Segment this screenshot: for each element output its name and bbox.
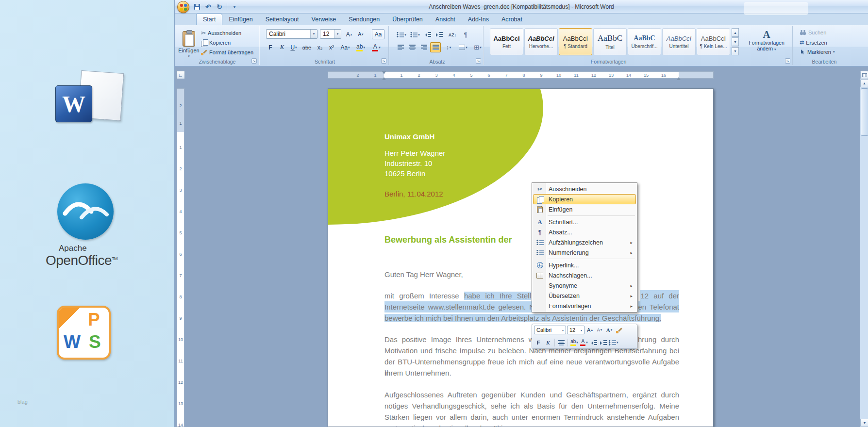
mini-font-size-combobox[interactable]: 12▾ [567,326,584,334]
tab-ueberpruefen[interactable]: Überprüfen [386,14,429,25]
style-card-standard[interactable]: AaBbCcI ¶ Standard [559,28,592,55]
shading-button[interactable]: ▾ [456,42,470,52]
style-card-kein-leerraum[interactable]: AaBbCcI ¶ Kein Lee... [697,28,730,55]
font-color-button[interactable]: A▾ [369,42,384,52]
context-menu-item-einfuegen[interactable]: Einfügen [533,204,636,214]
change-styles-button[interactable]: A Formatvorlagen ändern ▾ [743,29,790,51]
gallery-scroll-up-button[interactable]: ▲ [732,28,739,37]
select-button[interactable]: Markieren ▾ [800,49,835,55]
context-menu-item-ausschneiden[interactable]: ✂ Ausschneiden [533,184,636,194]
font-size-combobox[interactable]: 12 ▾ [320,29,341,39]
mini-bullets-button[interactable]: ▾ [609,338,618,347]
tab-sendungen[interactable]: Sendungen [342,14,386,25]
mini-italic-button[interactable]: K [544,338,552,347]
align-left-button[interactable] [395,42,406,52]
context-menu-item-formatvorlagen[interactable]: Formatvorlagen ▸ [533,301,636,311]
italic-button[interactable]: K [277,42,287,52]
strikethrough-button[interactable]: abe [300,42,314,52]
gallery-more-button[interactable]: ▼ [732,47,739,55]
context-menu-item-synonyme[interactable]: Synonyme ▸ [533,280,636,291]
style-card-fett[interactable]: AaBbCcI Fett [490,28,523,55]
sort-button[interactable]: AZ↓ [446,30,459,40]
dialog-launcher-zwischenablage[interactable]: ↘ [251,58,257,64]
dialog-launcher-absatz[interactable]: ↘ [476,58,481,64]
ruler-number: 16 [655,72,672,79]
replace-button[interactable]: ⇄ Ersetzen [800,39,827,46]
mini-bold-button[interactable]: F [534,338,543,347]
tab-einfuegen[interactable]: Einfügen [222,14,259,25]
borders-button[interactable]: ⊞▾ [471,42,484,52]
style-card-untertitel[interactable]: AaBbCcI Untertitel [662,28,696,55]
mini-font-color-button[interactable]: A▾ [580,338,588,347]
underline-button[interactable]: U▾ [288,42,299,52]
cut-button[interactable]: ✂ Ausschneiden [201,30,241,36]
text-highlight-button[interactable]: ab▾ [353,42,368,52]
scroll-up-button[interactable]: ▲ [860,79,868,87]
tab-ansicht[interactable]: Ansicht [429,14,462,25]
mini-format-painter-button[interactable] [615,326,623,334]
ruler-number: 2 [177,158,184,180]
mini-decrease-indent-button[interactable] [589,338,598,347]
context-menu-item-hyperlink[interactable]: Hyperlink... [533,260,636,270]
show-paragraph-marks-button[interactable]: ¶ [460,30,471,40]
align-center-button[interactable] [407,42,417,52]
ruler-number: 8 [515,72,533,79]
numbering-button[interactable]: ▾ [409,30,421,40]
copy-button[interactable]: Kopieren [201,39,231,46]
superscript-button[interactable]: x² [326,42,337,52]
justify-button[interactable] [430,42,441,52]
tab-verweise[interactable]: Verweise [305,14,343,25]
line-spacing-button[interactable]: ↕▾ [442,42,455,52]
scrollbar-thumb[interactable] [861,88,868,136]
style-card-titel[interactable]: AaBbC Titel [593,28,627,55]
style-card-hervorhebung[interactable]: AaBbCcI Hervorhe... [524,28,558,55]
mini-increase-indent-button[interactable] [599,338,608,347]
tab-add-ins[interactable]: Add-Ins [462,14,495,25]
mini-grow-font-button[interactable]: A▴ [585,326,594,334]
context-menu-item-kopieren[interactable]: Kopieren [533,194,636,204]
tab-selector-button[interactable]: ∟ [176,71,185,79]
ruler-toggle-button[interactable] [860,71,868,79]
change-case-button[interactable]: Aa▾ [338,42,352,52]
mini-highlight-button[interactable]: ab▾ [570,338,579,347]
context-menu-item-uebersetzen[interactable]: Übersetzen ▸ [533,291,636,301]
font-name-combobox[interactable]: Calibri ▾ [266,29,317,39]
mini-font-name-combobox[interactable]: Calibri▾ [534,326,566,334]
desktop-icon-word[interactable]: W [55,72,124,122]
bullets-button[interactable]: ▾ [395,30,408,40]
increase-indent-button[interactable] [434,30,445,40]
vertical-scrollbar[interactable]: ▲ ▼ [860,71,868,427]
context-menu-item-schriftart[interactable]: A Schriftart... [533,217,636,227]
left-indent-marker[interactable] [382,75,386,80]
desktop-icon-wps-office[interactable]: P W S [57,306,111,360]
document-page[interactable]: Unimax GmbH Herr Peter Wagner Industries… [328,88,714,427]
decrease-indent-button[interactable] [422,30,433,40]
mini-shrink-font-button[interactable]: A▾ [595,326,604,334]
paste-button[interactable]: Einfügen ▾ [179,28,199,62]
tab-acrobat[interactable]: Acrobat [495,14,529,25]
dialog-launcher-schriftart[interactable]: ↘ [381,58,386,64]
tab-seitenlayout[interactable]: Seitenlayout [259,14,305,25]
dialog-launcher-formatvorlagen[interactable]: ↘ [785,58,790,64]
context-menu-item-aufzaehlungszeichen[interactable]: Aufzählungszeichen ▸ [533,237,636,247]
select-cursor-icon [800,49,805,55]
scroll-down-button[interactable]: ▼ [860,419,868,427]
gallery-scroll-down-button[interactable]: ▼ [732,37,739,46]
context-menu-item-nachschlagen[interactable]: Nachschlagen... [533,270,636,280]
clear-formatting-button[interactable]: Aa [372,29,384,39]
context-menu-item-nummerierung[interactable]: Nummerierung ▸ [533,247,636,258]
grow-font-button[interactable]: A▴ [344,29,354,39]
format-painter-button[interactable]: Format übertragen [201,49,253,55]
right-indent-marker[interactable] [677,75,681,80]
align-right-button[interactable] [418,42,429,52]
mini-center-button[interactable] [557,338,566,347]
menu-item-label: Aufzählungszeichen [549,239,603,246]
subscript-button[interactable]: x₂ [315,42,325,52]
mini-styles-button[interactable]: A▾ [605,326,614,334]
find-button[interactable]: Suchen [800,30,826,35]
style-card-ueberschrift[interactable]: AaBbC Überschrif... [628,28,661,55]
context-menu-item-absatz[interactable]: ¶ Absatz... [533,227,636,237]
tab-start[interactable]: Start [196,14,222,25]
shrink-font-button[interactable]: A▾ [355,29,366,39]
bold-button[interactable]: F [265,42,276,52]
